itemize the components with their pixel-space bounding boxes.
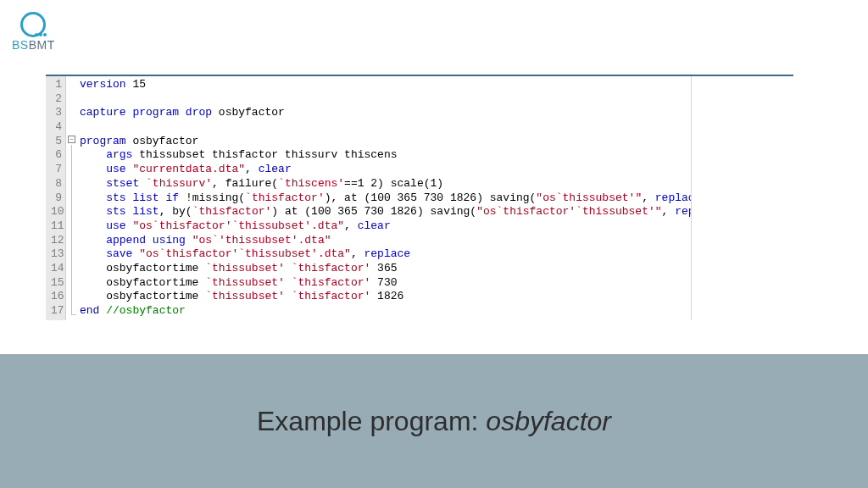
- fold-toggle-icon[interactable]: −: [68, 136, 75, 143]
- code-content: version 15 capture program drop osbyfact…: [78, 76, 692, 320]
- code-right-margin: [692, 76, 793, 320]
- code-editor: 1234567891011121314151617 − version 15 c…: [46, 75, 793, 320]
- logo-circle-icon: [20, 12, 46, 37]
- logo: BSBMT: [12, 12, 55, 52]
- logo-bs: BS: [12, 38, 29, 52]
- caption-program-name: osbyfactor: [486, 406, 611, 436]
- fold-margin: −: [66, 76, 78, 320]
- logo-text: BSBMT: [12, 38, 55, 52]
- logo-bmt: BMT: [29, 38, 55, 52]
- fold-end-icon: [71, 314, 76, 315]
- fold-guide-line: [71, 145, 72, 315]
- line-number-gutter: 1234567891011121314151617: [46, 76, 66, 320]
- caption-prefix: Example program:: [257, 406, 486, 436]
- slide-caption: Example program: osbyfactor: [257, 406, 611, 437]
- caption-bar: Example program: osbyfactor: [0, 354, 868, 488]
